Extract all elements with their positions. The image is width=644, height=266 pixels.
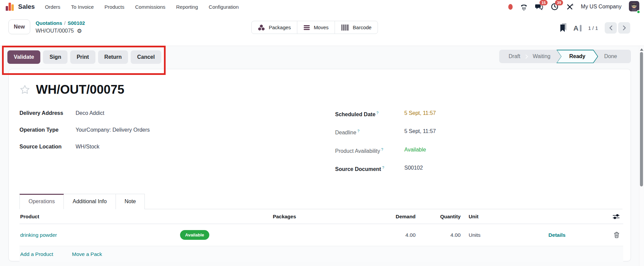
menu-commissions[interactable]: Commissions [135,4,165,10]
menu-products[interactable]: Products [104,4,124,10]
move-a-pack-link[interactable]: Move a Pack [72,251,102,257]
menu-configuration[interactable]: Configuration [209,4,239,10]
breadcrumb-separator: / [62,20,68,26]
header-unit[interactable]: Unit [461,214,523,219]
return-button[interactable]: Return [98,50,128,64]
source-location-label: Source Location [19,143,76,150]
menu-reporting[interactable]: Reporting [176,4,198,10]
help-icon: ? [382,166,384,170]
cancel-button[interactable]: Cancel [131,50,161,64]
details-link[interactable]: Details [549,232,566,238]
menu-to-invoice[interactable]: To Invoice [71,4,94,10]
voip-phone-icon[interactable] [520,3,528,11]
delivery-address-label: Delivery Address [19,109,76,117]
status-step-done[interactable]: Done [599,53,622,59]
document-title: WH/OUT/00075 [36,83,124,97]
app-name[interactable]: Sales [18,3,35,10]
table-row: drinking powder Available 4.00 4.00 Unit… [19,224,623,246]
deadline-label: Deadline? [335,128,404,136]
navbar-systray: 15 39 My US Company [508,1,639,13]
quantity-cell[interactable]: 4.00 [450,232,461,238]
odoo-delivery-order-screen: Sales Orders To Invoice Products Commiss… [0,0,644,266]
messages-icon[interactable]: 15 [535,3,543,11]
status-pipeline: Draft Waiting Ready Done [499,50,631,63]
pager-previous-button[interactable] [605,22,617,34]
operations-table: Product Packages Demand Quantity Unit [19,209,623,262]
help-icon: ? [377,111,379,115]
status-step-ready-active[interactable]: Ready [556,50,598,63]
demand-cell[interactable]: 4.00 [405,232,416,238]
source-document-label: Source Document? [335,164,404,173]
header-quantity[interactable]: Quantity [416,214,461,219]
unit-cell: Units [461,232,523,238]
top-menu: Orders To Invoice Products Commissions R… [45,4,239,10]
user-avatar[interactable] [629,1,639,13]
status-step-waiting[interactable]: Waiting [527,53,556,59]
delete-row-trash-icon[interactable] [612,230,621,240]
header-product[interactable]: Product [19,214,177,219]
scroll-up-arrow[interactable] [640,48,643,51]
activities-clock-icon[interactable]: 39 [551,3,559,11]
product-availability-value: Available [404,146,426,154]
debug-tools-icon[interactable] [566,3,573,10]
scheduled-date-label: Scheduled Date? [335,109,404,118]
barcode-icon [341,24,349,31]
tab-note[interactable]: Note [116,194,145,209]
bookmark-icon[interactable] [559,24,567,32]
operation-type-label: Operation Type [19,126,76,133]
pager-next-button[interactable] [618,22,630,34]
moves-button[interactable]: Moves [297,21,335,34]
messages-count-badge: 15 [540,0,548,5]
sales-app-logo-icon [5,2,15,12]
source-location-value: WH/Stock [76,143,99,150]
activities-count-badge: 39 [555,0,563,5]
validate-button[interactable]: Validate [7,50,40,64]
print-button[interactable]: Print [70,50,95,64]
table-footer-row: Add a Product Move a Pack [19,246,623,262]
status-step-ready-label: Ready [557,50,597,63]
deadline-value[interactable]: 5 Sept, 11:57 [404,128,436,136]
notebook-tabs: Operations Additional Info Note [19,194,622,209]
keyboard-nav-icon[interactable]: A [573,25,582,32]
breadcrumb: Quotations/S00102 WH/OUT/00075 ⚙ [36,19,85,34]
actions-gear-icon[interactable]: ⚙ [77,28,82,34]
apps-menu[interactable]: Sales [5,2,35,12]
packages-button[interactable]: Packages [251,21,297,34]
pager-counter: 1 / 1 [588,25,598,31]
breadcrumb-order-link[interactable]: S00102 [68,20,85,26]
status-step-draft[interactable]: Draft [503,53,526,59]
breadcrumb-quotations-link[interactable]: Quotations [36,20,62,26]
vertical-scrollbar [639,46,644,266]
product-availability-label: Product Availability? [335,146,404,154]
help-icon: ? [381,147,383,151]
moves-lines-icon [303,25,310,31]
header-demand[interactable]: Demand [365,214,416,219]
add-a-product-link[interactable]: Add a Product [20,251,53,257]
tab-additional-info[interactable]: Additional Info [63,194,116,209]
cubes-icon [258,24,265,31]
barcode-label: Barcode [353,25,372,30]
packages-label: Packages [269,25,291,30]
product-link[interactable]: drinking powder [20,232,57,238]
source-document-value[interactable]: S00102 [404,164,423,173]
column-options-icon[interactable] [611,212,621,221]
smart-buttons: Packages Moves Barcode [251,21,378,34]
record-indicator-icon [508,4,513,10]
delivery-address-value: Deco Addict [76,109,104,117]
company-switcher[interactable]: My US Company [581,4,621,10]
control-panel: New Quotations/S00102 WH/OUT/00075 ⚙ Pac… [0,13,644,46]
menu-orders[interactable]: Orders [45,4,60,10]
tab-operations[interactable]: Operations [19,194,64,209]
form-sheet: WH/OUT/00075 Delivery Address Deco Addic… [8,69,631,261]
scheduled-date-value[interactable]: 5 Sept, 11:57 [404,109,436,118]
sign-button[interactable]: Sign [43,50,68,64]
help-icon: ? [357,129,359,133]
barcode-button[interactable]: Barcode [335,21,378,34]
avatar-image [629,1,639,11]
new-button[interactable]: New [8,19,30,34]
header-packages[interactable]: Packages [273,214,365,219]
favorite-star-icon[interactable] [19,84,30,95]
scrollbar-thumb[interactable] [640,52,643,186]
record-action-buttons: Validate Sign Print Return Cancel [7,50,161,64]
top-navbar: Sales Orders To Invoice Products Commiss… [0,0,644,13]
